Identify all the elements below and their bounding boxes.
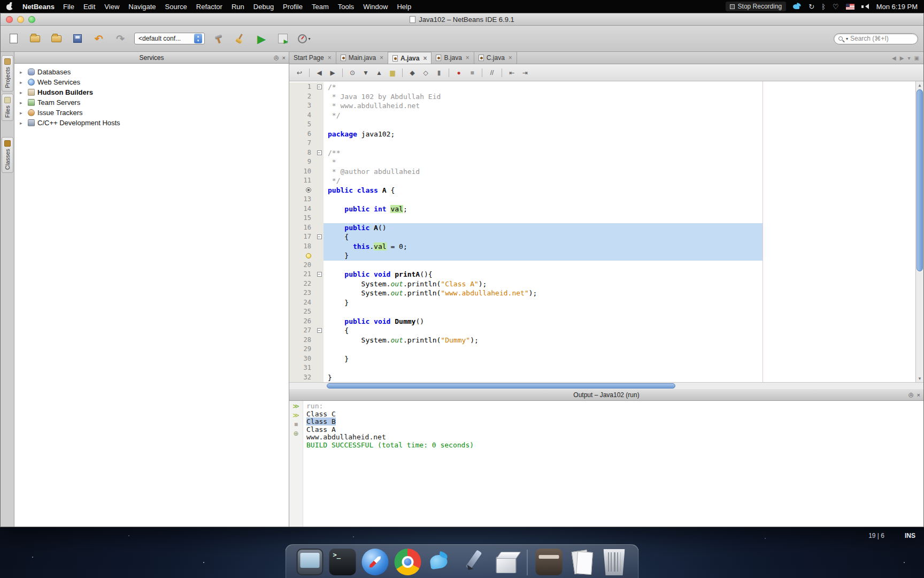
volume-icon[interactable] xyxy=(861,3,869,10)
expander-icon[interactable]: ▸ xyxy=(20,110,25,116)
shift-left-icon[interactable]: ⇤ xyxy=(507,68,517,78)
code-line[interactable]: 21− public void printA(){ xyxy=(289,270,915,279)
expander-icon[interactable]: ▸ xyxy=(20,120,25,126)
menu-edit[interactable]: Edit xyxy=(83,3,95,11)
expander-icon[interactable]: ▸ xyxy=(20,100,25,105)
dock-safari-icon[interactable] xyxy=(362,549,389,575)
build-project-button[interactable] xyxy=(211,31,226,46)
code-line[interactable]: 6package java102; xyxy=(289,130,915,139)
code-line[interactable]: 4 */ xyxy=(289,111,915,120)
code-line[interactable]: 9 * xyxy=(289,157,915,167)
menu-app-name[interactable]: NetBeans xyxy=(22,3,55,11)
dock-documents-icon[interactable] xyxy=(568,549,595,575)
tab-main-java[interactable]: Main.java× xyxy=(336,52,388,64)
sync-icon[interactable]: ↻ xyxy=(808,3,814,10)
wireless-icon[interactable]: ♡ xyxy=(833,3,839,10)
services-item-team-servers[interactable]: ▸Team Servers xyxy=(19,97,289,108)
close-tab-icon[interactable]: × xyxy=(466,54,469,62)
stop-build-icon[interactable]: ■ xyxy=(292,421,301,428)
services-item-web-services[interactable]: ▸Web Services xyxy=(19,77,289,87)
ant-settings-icon[interactable]: ⊕ xyxy=(292,430,301,437)
code-line[interactable]: 30 } xyxy=(289,354,915,364)
twitter-menu-icon[interactable] xyxy=(793,3,802,10)
services-item-c-c-development-hosts[interactable]: ▸C/C++ Development Hosts xyxy=(19,118,289,128)
shift-right-icon[interactable]: ⇥ xyxy=(520,68,530,78)
tab-list-button[interactable]: ▾ xyxy=(908,55,911,61)
menu-debug[interactable]: Debug xyxy=(253,3,274,11)
back-icon[interactable]: ◀ xyxy=(314,68,324,78)
profile-dropdown-arrow-icon[interactable]: ▾ xyxy=(308,36,310,41)
code-line[interactable]: 28 System.out.println("Dummy"); xyxy=(289,336,915,345)
maximize-editor-button[interactable]: ▣ xyxy=(914,55,919,61)
tab-c-java[interactable]: C.java× xyxy=(474,52,517,64)
menu-tools[interactable]: Tools xyxy=(338,3,354,11)
code-line[interactable]: 24 } xyxy=(289,298,915,308)
undo-button[interactable]: ↶ xyxy=(91,31,106,46)
services-panel-header[interactable]: Services ◎ × xyxy=(14,52,289,64)
find-selection-icon[interactable]: ⊙ xyxy=(348,68,357,78)
code-line[interactable]: 8−/** xyxy=(289,148,915,158)
search-input[interactable]: ▾ Search (⌘+I) xyxy=(834,33,918,44)
new-project-button[interactable] xyxy=(27,31,42,46)
code-line[interactable]: } xyxy=(289,251,915,261)
code-line[interactable]: 7 xyxy=(289,139,915,148)
code-line[interactable]: 15 xyxy=(289,214,915,223)
code-line[interactable]: 11 */ xyxy=(289,176,915,186)
code-line[interactable]: public class A { xyxy=(289,186,915,195)
dock-cube-icon[interactable] xyxy=(492,549,519,575)
clean-build-button[interactable] xyxy=(233,31,248,46)
stop-recording-button[interactable]: Stop Recording xyxy=(726,2,787,11)
menu-team[interactable]: Team xyxy=(312,3,329,11)
tab-start-page[interactable]: Start Page× xyxy=(289,52,336,64)
fold-collapse-icon[interactable]: − xyxy=(317,234,322,239)
configuration-dropdown[interactable]: <default conf... ▲▼ xyxy=(134,33,205,44)
close-output-icon[interactable]: × xyxy=(917,392,920,398)
menu-window[interactable]: Window xyxy=(363,3,388,11)
scroll-tabs-left-button[interactable]: ◀ xyxy=(892,55,896,61)
code-line[interactable]: 26 public void Dummy() xyxy=(289,317,915,326)
sidebar-tab-classes[interactable]: Classes xyxy=(2,137,13,173)
last-edit-location-icon[interactable]: ↩ xyxy=(295,68,304,78)
code-line[interactable]: 1−/* xyxy=(289,82,915,92)
previous-bookmark-icon[interactable]: ◆ xyxy=(407,68,417,78)
input-language-flag-icon[interactable] xyxy=(846,4,854,10)
configuration-stepper[interactable]: ▲▼ xyxy=(194,34,202,43)
new-file-button[interactable] xyxy=(6,31,21,46)
code-line[interactable]: 16 public A() xyxy=(289,223,915,233)
hint-bulb-icon[interactable] xyxy=(306,253,311,258)
sidebar-tab-files[interactable]: Files xyxy=(2,94,13,121)
code-line[interactable]: 2 * Java 102 by Abdullah Eid xyxy=(289,92,915,102)
next-bookmark-icon[interactable]: ◇ xyxy=(421,68,430,78)
code-line[interactable]: 20 xyxy=(289,261,915,270)
window-titlebar[interactable]: Java102 – NetBeans IDE 6.9.1 xyxy=(1,13,923,26)
fold-collapse-icon[interactable]: − xyxy=(317,85,322,89)
horizontal-scroll-thumb[interactable] xyxy=(327,383,675,389)
services-item-hudson-builders[interactable]: ▸Hudson Builders xyxy=(19,87,289,97)
code-line[interactable]: 10 * @author abdullaheid xyxy=(289,167,915,177)
code-line[interactable]: 18 this.val = 0; xyxy=(289,242,915,252)
tab-a-java[interactable]: A.java× xyxy=(388,52,432,64)
code-line[interactable]: 13 xyxy=(289,195,915,204)
bluetooth-icon[interactable]: ᛒ xyxy=(821,3,826,10)
float-output-icon[interactable]: ◎ xyxy=(908,391,914,398)
scroll-tabs-right-button[interactable]: ▶ xyxy=(900,55,904,61)
code-line[interactable]: 23 System.out.println("www.abdullaheid.n… xyxy=(289,288,915,298)
minimize-window-button[interactable] xyxy=(17,16,24,23)
open-project-button[interactable] xyxy=(49,31,64,46)
rerun-debug-icon[interactable]: ≫ xyxy=(292,412,301,419)
dock-chrome-icon[interactable] xyxy=(395,549,421,575)
rerun-icon[interactable]: ≫ xyxy=(292,402,301,410)
editor-horizontal-scrollbar[interactable] xyxy=(289,382,923,389)
menu-source[interactable]: Source xyxy=(165,3,187,11)
forward-icon[interactable]: ▶ xyxy=(328,68,337,78)
fold-collapse-icon[interactable]: − xyxy=(317,272,322,277)
code-line[interactable]: 17− { xyxy=(289,232,915,242)
scroll-down-arrow-icon[interactable]: ▼ xyxy=(916,375,923,382)
tab-b-java[interactable]: B.java× xyxy=(432,52,474,64)
close-tab-icon[interactable]: × xyxy=(380,54,383,62)
comment-icon[interactable]: // xyxy=(487,68,497,78)
find-next-icon[interactable]: ▼ xyxy=(361,68,371,78)
code-area[interactable]: 1−/*2 * Java 102 by Abdullah Eid3 * www.… xyxy=(289,81,923,382)
menu-profile[interactable]: Profile xyxy=(283,3,303,11)
dock-twitter-icon[interactable] xyxy=(427,549,454,575)
